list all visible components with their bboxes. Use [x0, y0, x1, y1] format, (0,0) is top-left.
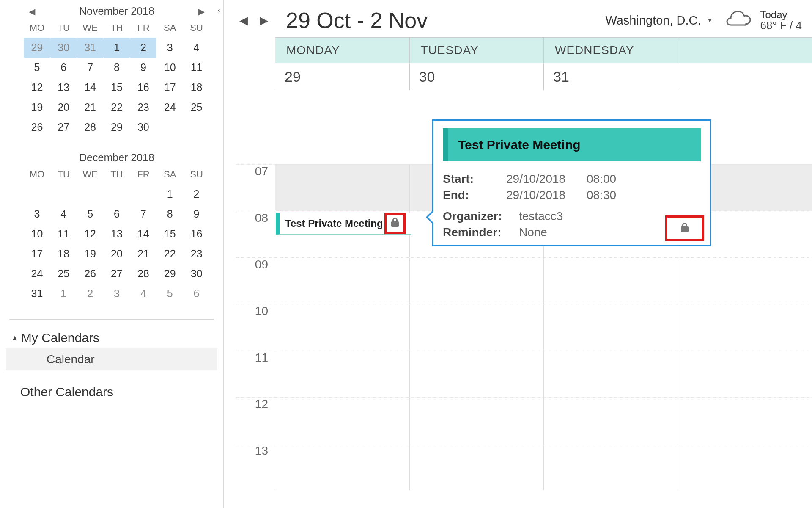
mini-calendar-day[interactable]: 31: [77, 38, 104, 58]
mini-calendar-day[interactable]: 3: [24, 204, 50, 224]
mini-calendar-day[interactable]: 6: [183, 284, 210, 304]
mini-calendar-day[interactable]: 14: [130, 224, 156, 244]
weather-location-dropdown[interactable]: Washington, D.C. ▼: [605, 14, 713, 28]
mini-calendar-day[interactable]: 29: [104, 117, 130, 137]
time-row[interactable]: [275, 444, 812, 490]
mini-calendar-day[interactable]: 24: [156, 97, 183, 117]
mini-calendar-day[interactable]: 4: [130, 284, 156, 304]
day-date[interactable]: 29: [275, 64, 409, 90]
mini-calendar-day[interactable]: 11: [183, 58, 210, 77]
mini-calendar-day[interactable]: 15: [156, 224, 183, 244]
mini-calendar-day[interactable]: 8: [156, 204, 183, 224]
mini-calendar-day[interactable]: 7: [130, 204, 156, 224]
mini-calendar-day[interactable]: 4: [50, 204, 77, 224]
mini-calendar-day[interactable]: 8: [104, 58, 130, 77]
mini-calendar-day[interactable]: 2: [130, 38, 156, 58]
mini-calendar-day[interactable]: 17: [156, 77, 183, 97]
mini-calendar-day[interactable]: 21: [130, 244, 156, 264]
mini-calendar-day[interactable]: 4: [183, 38, 210, 58]
time-cell[interactable]: [409, 444, 544, 490]
time-cell[interactable]: [409, 258, 544, 304]
mini-calendar-day[interactable]: 20: [50, 97, 77, 117]
day-date[interactable]: 30: [409, 64, 544, 90]
time-cell[interactable]: [543, 304, 678, 351]
mini-calendar-day[interactable]: 29: [24, 38, 50, 58]
mini-calendar-day[interactable]: 5: [77, 204, 104, 224]
mini-calendar-day[interactable]: 9: [130, 58, 156, 77]
calendar-list-item[interactable]: Calendar: [6, 348, 217, 370]
prev-month-button[interactable]: ◀: [25, 6, 38, 17]
time-cell[interactable]: [275, 444, 409, 490]
mini-calendar-day[interactable]: 22: [104, 97, 130, 117]
mini-calendar-day[interactable]: 23: [130, 97, 156, 117]
time-cell[interactable]: [543, 258, 678, 304]
time-cell[interactable]: [409, 351, 544, 397]
mini-calendar-day[interactable]: 23: [183, 244, 210, 264]
mini-calendar-day[interactable]: 30: [183, 264, 210, 284]
time-cell[interactable]: [678, 398, 812, 444]
mini-calendar-day[interactable]: 6: [104, 204, 130, 224]
time-cell[interactable]: [409, 398, 544, 444]
mini-calendar-day[interactable]: 12: [24, 77, 50, 97]
mini-calendar-day[interactable]: 10: [24, 224, 50, 244]
time-row[interactable]: [275, 351, 812, 397]
mini-calendar-day[interactable]: 1: [156, 184, 183, 204]
mini-calendar-day[interactable]: 5: [24, 58, 50, 77]
mini-calendar-day[interactable]: 16: [183, 224, 210, 244]
mini-calendar-day[interactable]: 1: [104, 38, 130, 58]
time-cell[interactable]: [678, 351, 812, 397]
calendar-grid[interactable]: MONDAYTUESDAYWEDNESDAY 293031 0708091011…: [224, 37, 812, 508]
time-row[interactable]: [275, 397, 812, 444]
next-week-button[interactable]: ▶: [260, 14, 268, 27]
mini-calendar-day[interactable]: 2: [183, 184, 210, 204]
time-cell[interactable]: [543, 398, 678, 444]
mini-calendar-day[interactable]: 11: [50, 224, 77, 244]
time-cell[interactable]: [275, 165, 409, 211]
calendar-event[interactable]: Test Private Meeting: [276, 213, 411, 235]
time-cell[interactable]: [678, 258, 812, 304]
weather-widget[interactable]: Today 68° F / 4: [725, 9, 802, 31]
mini-calendar-day[interactable]: 26: [77, 264, 104, 284]
mini-calendar-day[interactable]: 3: [104, 284, 130, 304]
mini-calendar-day[interactable]: 7: [77, 58, 104, 77]
mini-calendar-day[interactable]: 27: [50, 117, 77, 137]
mini-calendar-day[interactable]: 18: [183, 77, 210, 97]
mini-calendar-day[interactable]: 22: [156, 244, 183, 264]
mini-calendar-day[interactable]: 19: [24, 97, 50, 117]
day-date[interactable]: [678, 64, 812, 90]
mini-calendar-day[interactable]: 28: [130, 264, 156, 284]
mini-calendar-day[interactable]: 21: [77, 97, 104, 117]
collapse-sidebar-button[interactable]: ‹: [213, 3, 225, 17]
time-cell[interactable]: [543, 351, 678, 397]
mini-calendar-day[interactable]: 30: [50, 38, 77, 58]
mini-calendar-day[interactable]: 30: [130, 117, 156, 137]
time-cell[interactable]: [678, 444, 812, 490]
mini-calendar-day[interactable]: 15: [104, 77, 130, 97]
mini-calendar-day[interactable]: 28: [77, 117, 104, 137]
my-calendars-group[interactable]: ▲ My Calendars: [0, 323, 223, 347]
mini-calendar-day[interactable]: 18: [50, 244, 77, 264]
next-month-button[interactable]: ▶: [195, 6, 208, 17]
time-cell[interactable]: [275, 398, 409, 444]
time-cell[interactable]: [275, 351, 409, 397]
time-cell[interactable]: [543, 444, 678, 490]
mini-calendar-day[interactable]: 3: [156, 38, 183, 58]
mini-calendar-day[interactable]: 14: [77, 77, 104, 97]
mini-calendar-day[interactable]: 9: [183, 204, 210, 224]
mini-calendar-day[interactable]: 25: [50, 264, 77, 284]
mini-calendar-day[interactable]: 13: [50, 77, 77, 97]
mini-calendar-day[interactable]: 24: [24, 264, 50, 284]
mini-calendar-day[interactable]: 10: [156, 58, 183, 77]
mini-calendar-day[interactable]: 25: [183, 97, 210, 117]
mini-calendar-day[interactable]: 2: [77, 284, 104, 304]
mini-calendar-day[interactable]: 26: [24, 117, 50, 137]
mini-calendar-day[interactable]: 20: [104, 244, 130, 264]
mini-calendar-day[interactable]: 1: [50, 284, 77, 304]
time-cell[interactable]: [275, 304, 409, 351]
time-row[interactable]: [275, 257, 812, 304]
mini-calendar-day[interactable]: 6: [50, 58, 77, 77]
mini-calendar-day[interactable]: 17: [24, 244, 50, 264]
other-calendars-group[interactable]: Other Calendars: [0, 372, 223, 401]
mini-calendar-day[interactable]: 27: [104, 264, 130, 284]
mini-calendar-day[interactable]: 16: [130, 77, 156, 97]
